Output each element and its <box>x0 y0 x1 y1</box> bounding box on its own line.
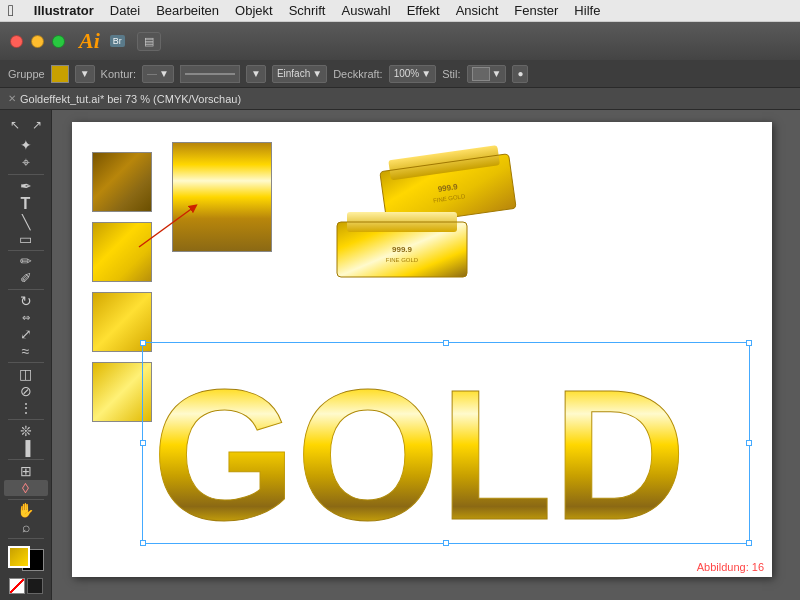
window-minimize-button[interactable] <box>31 35 44 48</box>
slice-tool[interactable]: ◊ <box>4 480 48 496</box>
foreground-color-swatch[interactable] <box>8 546 30 568</box>
canvas-area: 999.9 FINE GOLD 999.9 FINE GOLD <box>52 110 800 600</box>
separator-3 <box>8 289 44 290</box>
toolbar: ↖ ↗ ✦ ⌖ ✒ T ╲ ▭ ✏ ✐ ↻ ⇔ ⤢ ≈ ◫ ⊘ ⋮ ❊ ▐ ⊞ … <box>0 110 52 600</box>
line-tool[interactable]: ╲ <box>4 214 48 230</box>
swatch-lightest-gold[interactable] <box>92 362 152 422</box>
group-label: Gruppe <box>8 68 45 80</box>
blend-tool[interactable]: ⋮ <box>4 400 48 416</box>
menu-datei[interactable]: Datei <box>110 3 140 18</box>
svg-text:FINE GOLD: FINE GOLD <box>386 257 419 263</box>
symbol-tool[interactable]: ❊ <box>4 423 48 439</box>
artboard-tool[interactable]: ⊞ <box>4 463 48 479</box>
menu-fenster[interactable]: Fenster <box>514 3 558 18</box>
separator-1 <box>8 174 44 175</box>
layout-button[interactable]: ▤ <box>137 32 161 51</box>
fill-dropdown[interactable]: ▼ <box>75 65 95 83</box>
gold-bars-image: 999.9 FINE GOLD 999.9 FINE GOLD <box>322 132 522 312</box>
lasso-tool[interactable]: ⌖ <box>4 154 48 171</box>
separator-6 <box>8 459 44 460</box>
none-indicators <box>9 578 43 594</box>
window-close-button[interactable] <box>10 35 23 48</box>
arrow-indicator <box>134 192 204 262</box>
scale-tool[interactable]: ⤢ <box>4 326 48 342</box>
svg-line-1 <box>139 207 194 247</box>
menu-ansicht[interactable]: Ansicht <box>456 3 499 18</box>
separator-4 <box>8 362 44 363</box>
paintbrush-tool[interactable]: ✏ <box>4 253 48 269</box>
main-area: ↖ ↗ ✦ ⌖ ✒ T ╲ ▭ ✏ ✐ ↻ ⇔ ⤢ ≈ ◫ ⊘ ⋮ ❊ ▐ ⊞ … <box>0 110 800 600</box>
graph-tool[interactable]: ▐ <box>4 440 48 456</box>
tab-title: Goldeffekt_tut.ai* bei 73 % (CMYK/Vorsch… <box>20 93 241 105</box>
menu-hilfe[interactable]: Hilfe <box>574 3 600 18</box>
window-maximize-button[interactable] <box>52 35 65 48</box>
type-tool[interactable]: T <box>4 195 48 213</box>
rect-tool[interactable]: ▭ <box>4 231 48 247</box>
extra-dropdown[interactable]: ● <box>512 65 528 83</box>
tab-close-button[interactable]: ✕ <box>8 93 16 104</box>
pencil-tool[interactable]: ✐ <box>4 270 48 286</box>
gold-bars-svg: 999.9 FINE GOLD 999.9 FINE GOLD <box>322 132 522 312</box>
menu-bar:  Illustrator Datei Bearbeiten Objekt Sc… <box>0 0 800 22</box>
app-logo: Ai <box>79 28 100 54</box>
eyedropper-tool[interactable]: ⊘ <box>4 383 48 399</box>
pen-tool[interactable]: ✒ <box>4 178 48 194</box>
swatch-light-gold[interactable] <box>92 292 152 352</box>
fill-color[interactable] <box>51 65 69 83</box>
deckkraft-input[interactable]: 100%▼ <box>389 65 436 83</box>
kontur-label: Kontur: <box>101 68 136 80</box>
canvas: 999.9 FINE GOLD 999.9 FINE GOLD <box>72 122 772 577</box>
gold-text-svg[interactable]: GOLD <box>144 344 748 542</box>
direct-select-tool[interactable]: ↗ <box>26 114 47 136</box>
gradient-tool[interactable]: ◫ <box>4 366 48 382</box>
options-bar: Gruppe ▼ Kontur: —▼ ▼ Einfach▼ Deckkraft… <box>0 60 800 88</box>
kontur-color[interactable]: —▼ <box>142 65 174 83</box>
stroke-preview <box>180 65 240 83</box>
title-bar: Ai Br ▤ <box>0 22 800 60</box>
tab-bar: ✕ Goldeffekt_tut.ai* bei 73 % (CMYK/Vors… <box>0 88 800 110</box>
no-stroke-indicator[interactable] <box>27 578 43 594</box>
apple-menu[interactable]:  <box>8 2 14 20</box>
stroke-dropdown[interactable]: ▼ <box>246 65 266 83</box>
deckkraft-label: Deckkraft: <box>333 68 383 80</box>
separator-8 <box>8 538 44 539</box>
menu-effekt[interactable]: Effekt <box>407 3 440 18</box>
magic-wand-tool[interactable]: ✦ <box>4 137 48 153</box>
color-swatches <box>8 546 44 571</box>
menu-objekt[interactable]: Objekt <box>235 3 273 18</box>
gold-text: GOLD <box>152 352 686 542</box>
stroke-style-dropdown[interactable]: Einfach▼ <box>272 65 327 83</box>
warp-tool[interactable]: ≈ <box>4 343 48 359</box>
menu-schrift[interactable]: Schrift <box>289 3 326 18</box>
reflect-tool[interactable]: ⇔ <box>4 310 48 325</box>
rotate-tool[interactable]: ↻ <box>4 293 48 309</box>
separator-2 <box>8 250 44 251</box>
menu-bearbeiten[interactable]: Bearbeiten <box>156 3 219 18</box>
no-fill-indicator[interactable] <box>9 578 25 594</box>
svg-text:999.9: 999.9 <box>392 245 413 254</box>
abbildung-caption: Abbildung: 16 <box>697 561 764 573</box>
stil-label: Stil: <box>442 68 460 80</box>
hand-tool[interactable]: ✋ <box>4 502 48 518</box>
select-tool[interactable]: ↖ <box>4 114 25 136</box>
separator-7 <box>8 499 44 500</box>
menu-illustrator[interactable]: Illustrator <box>34 3 94 18</box>
zoom-tool[interactable]: ⌕ <box>4 519 48 535</box>
menu-auswahl[interactable]: Auswahl <box>341 3 390 18</box>
stil-dropdown[interactable]: ▼ <box>467 65 507 83</box>
separator-5 <box>8 419 44 420</box>
br-badge: Br <box>110 35 125 47</box>
